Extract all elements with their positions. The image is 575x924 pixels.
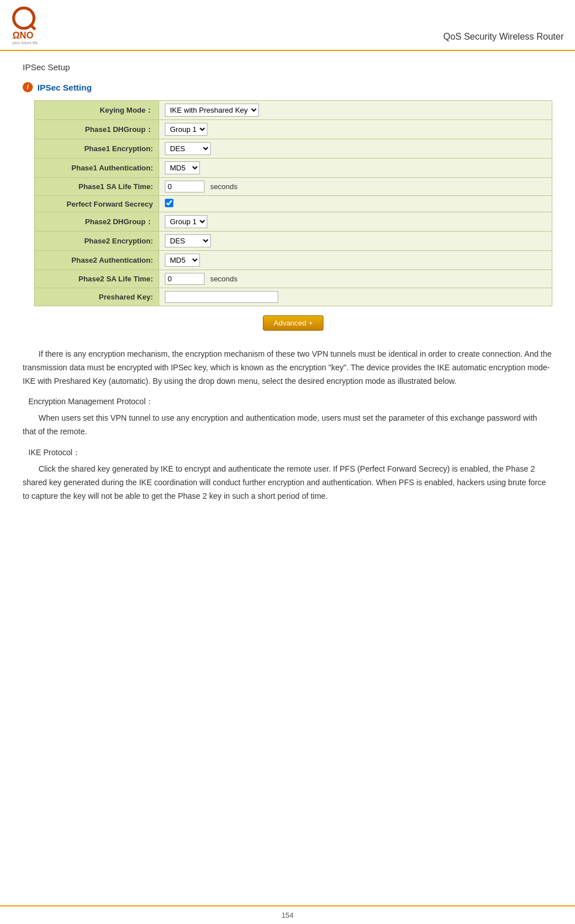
phase2-auth-value-cell: MD5 SHA1: [159, 251, 552, 270]
phase1-dhgroup-value-cell: Group 1 Group 2 Group 5: [159, 120, 552, 139]
phase2-sa-row: Phase2 SA Life Time: seconds: [35, 270, 552, 288]
page-content: IPSec Setup IPSec Setting Keying Mode： I…: [0, 51, 575, 534]
phase1-dhgroup-select[interactable]: Group 1 Group 2 Group 5: [165, 123, 207, 136]
phase1-auth-select[interactable]: MD5 SHA1: [165, 161, 200, 174]
phase2-auth-label: Phase2 Authentication:: [35, 251, 159, 270]
page-number: 154: [282, 911, 294, 919]
ipsec-form-table: Keying Mode： IKE with Preshared Key Manu…: [34, 100, 552, 306]
pfs-row: Perfect Forward Secrecy: [35, 196, 552, 212]
paragraph1: If there is any encryption mechanism, th…: [23, 348, 552, 388]
phase2-dhgroup-row: Phase2 DHGroup： Group 1 Group 2 Group 5: [35, 212, 552, 232]
phase2-dhgroup-value-cell: Group 1 Group 2 Group 5: [159, 212, 552, 232]
preshared-key-value-cell: [159, 288, 552, 306]
preshared-key-input[interactable]: [165, 291, 278, 303]
svg-text:your future life: your future life: [12, 41, 37, 45]
footer: 154: [0, 905, 575, 924]
phase1-sa-label: Phase1 SA Life Time:: [35, 178, 159, 196]
keying-mode-value-cell: IKE with Preshared Key Manual: [159, 101, 552, 120]
phase1-sa-value-cell: seconds: [159, 178, 552, 196]
phase1-dhgroup-row: Phase1 DHGroup： Group 1 Group 2 Group 5: [35, 120, 552, 139]
phase2-encryption-row: Phase2 Encryption: DES 3DES AES-128: [35, 232, 552, 251]
preshared-key-row: Preshared Key:: [35, 288, 552, 306]
phase2-dhgroup-select[interactable]: Group 1 Group 2 Group 5: [165, 215, 207, 228]
pfs-checkbox[interactable]: [165, 199, 173, 207]
phase1-dhgroup-label: Phase1 DHGroup：: [35, 120, 159, 139]
header: ΩNO your future life QoS Security Wirele…: [0, 0, 575, 51]
ike-para: Click the shared key generated by IKE to…: [23, 463, 552, 503]
phase2-sa-label: Phase2 SA Life Time:: [35, 270, 159, 288]
body-text-1: If there is any encryption mechanism, th…: [23, 348, 552, 388]
body-text-2: When users set this VPN tunnel to use an…: [23, 412, 552, 439]
phase1-sa-unit: seconds: [210, 182, 237, 191]
phase1-encryption-select[interactable]: DES 3DES AES-128: [165, 142, 211, 155]
phase2-sa-value-cell: seconds: [159, 270, 552, 288]
keying-mode-row: Keying Mode： IKE with Preshared Key Manu…: [35, 101, 552, 120]
phase1-sa-input[interactable]: [165, 181, 205, 192]
header-title: QoS Security Wireless Router: [443, 32, 564, 42]
preshared-key-label: Preshared Key:: [35, 288, 159, 306]
phase2-sa-unit: seconds: [210, 275, 237, 283]
phase2-encryption-value-cell: DES 3DES AES-128: [159, 232, 552, 251]
phase1-encryption-label: Phase1 Encryption:: [35, 139, 159, 159]
body-text-3: Click the shared key generated by IKE to…: [23, 463, 552, 503]
phase2-encryption-label: Phase2 Encryption:: [35, 232, 159, 251]
ike-heading: IKE Protocol：: [28, 448, 552, 458]
keying-mode-label: Keying Mode：: [35, 101, 159, 120]
pfs-label: Perfect Forward Secrecy: [35, 196, 159, 212]
phase1-encryption-row: Phase1 Encryption: DES 3DES AES-128: [35, 139, 552, 159]
ipsec-setting-header: IPSec Setting: [23, 82, 552, 92]
phase2-dhgroup-label: Phase2 DHGroup：: [35, 212, 159, 232]
phase2-auth-row: Phase2 Authentication: MD5 SHA1: [35, 251, 552, 270]
logo-area: ΩNO your future life: [11, 6, 57, 45]
advanced-btn-row: Advanced +: [34, 315, 552, 331]
encryption-heading: Encryption Management Protocol：: [28, 397, 552, 407]
ipsec-info-icon: [23, 82, 33, 92]
page-heading: IPSec Setup: [23, 62, 552, 72]
phase1-auth-row: Phase1 Authentication: MD5 SHA1: [35, 159, 552, 178]
phase2-sa-input[interactable]: [165, 273, 205, 285]
phase2-auth-select[interactable]: MD5 SHA1: [165, 254, 200, 267]
phase1-auth-value-cell: MD5 SHA1: [159, 159, 552, 178]
advanced-button[interactable]: Advanced +: [263, 315, 323, 331]
svg-line-1: [30, 24, 35, 29]
ipsec-setting-title: IPSec Setting: [37, 83, 92, 92]
phase1-encryption-value-cell: DES 3DES AES-128: [159, 139, 552, 159]
svg-text:ΩNO: ΩNO: [12, 31, 33, 40]
keying-mode-select[interactable]: IKE with Preshared Key Manual: [165, 104, 259, 117]
encryption-para: When users set this VPN tunnel to use an…: [23, 412, 552, 439]
phase1-auth-label: Phase1 Authentication:: [35, 159, 159, 178]
phase1-sa-row: Phase1 SA Life Time: seconds: [35, 178, 552, 196]
phase2-encryption-select[interactable]: DES 3DES AES-128: [165, 234, 211, 247]
logo-icon: ΩNO your future life: [11, 6, 57, 45]
pfs-value-cell: [159, 196, 552, 212]
